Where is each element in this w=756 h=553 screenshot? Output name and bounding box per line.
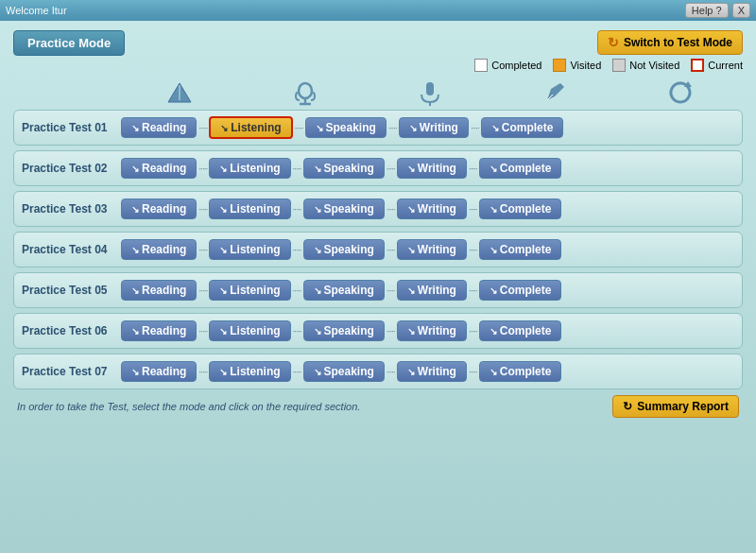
test-label: Practice Test 05	[22, 284, 121, 297]
section-arrow-icon: ↘	[407, 164, 415, 174]
section-button-reading[interactable]: ↘Reading	[121, 117, 197, 138]
section-name: Reading	[142, 284, 186, 297]
section-button-reading[interactable]: ↘Reading	[121, 280, 197, 301]
section-arrow-icon: ↘	[131, 204, 139, 215]
section-button-listening[interactable]: ↘Listening	[209, 199, 290, 219]
section-name: Complete	[500, 324, 552, 337]
section-button-reading[interactable]: ↘Reading	[121, 158, 197, 179]
test-label: Practice Test 04	[22, 243, 121, 256]
section-name: Complete	[500, 202, 552, 216]
section-arrow-icon: ↘	[314, 245, 321, 255]
section-name: Listening	[230, 243, 280, 256]
section-separator: ·····	[295, 123, 303, 133]
section-name: Writing	[420, 121, 458, 134]
section-separator: ·····	[469, 285, 477, 296]
test-label: Practice Test 01	[22, 121, 121, 134]
section-arrow-icon: ↘	[316, 123, 323, 133]
sections-container: ↘Reading·····↘Listening·····↘Speaking···…	[121, 280, 734, 301]
switch-to-test-mode-button[interactable]: ↻ Switch to Test Mode	[597, 30, 743, 55]
section-button-speaking[interactable]: ↘Speaking	[305, 117, 387, 138]
section-separator: ·····	[293, 245, 301, 255]
section-separator: ·····	[388, 123, 397, 133]
title-bar: Welcome Itur Help ? X	[0, 0, 756, 21]
test-row: Practice Test 02↘Reading·····↘Listening·…	[13, 150, 743, 186]
section-separator: ·····	[198, 204, 207, 215]
switch-icon: ↻	[608, 35, 619, 50]
sections-container: ↘Reading·····↘Listening·····↘Speaking···…	[121, 239, 734, 260]
test-row: Practice Test 05↘Reading·····↘Listening·…	[13, 272, 743, 308]
section-name: Speaking	[324, 365, 374, 378]
section-arrow-icon: ↘	[490, 367, 497, 377]
section-button-listening[interactable]: ↘Listening	[209, 239, 290, 260]
section-arrow-icon: ↘	[314, 326, 321, 337]
section-name: Reading	[142, 365, 186, 378]
section-name: Complete	[502, 121, 554, 134]
top-right-panel: ↻ Switch to Test Mode Completed Visited …	[474, 30, 743, 72]
section-button-speaking[interactable]: ↘Speaking	[303, 199, 385, 219]
section-button-listening[interactable]: ↘Listening	[209, 116, 292, 139]
section-arrow-icon: ↘	[131, 164, 139, 174]
section-name: Complete	[500, 162, 552, 175]
section-name: Complete	[500, 243, 552, 256]
summary-report-button[interactable]: ↻ Summary Report	[612, 395, 739, 418]
section-separator: ·····	[198, 367, 207, 377]
section-button-speaking[interactable]: ↘Speaking	[303, 158, 385, 179]
section-arrow-icon: ↘	[219, 367, 227, 377]
listening-column-icon	[242, 79, 367, 106]
section-arrow-icon: ↘	[314, 367, 321, 377]
section-arrow-icon: ↘	[490, 326, 497, 337]
help-button[interactable]: Help ?	[685, 3, 729, 18]
section-name: Reading	[142, 202, 186, 216]
complete-column-icon	[618, 79, 743, 106]
section-button-complete[interactable]: ↘Complete	[479, 320, 562, 341]
section-separator: ·····	[293, 367, 301, 377]
legend-not-visited-label: Not Visited	[629, 60, 679, 71]
section-button-complete[interactable]: ↘Complete	[479, 199, 562, 219]
section-button-reading[interactable]: ↘Reading	[121, 239, 197, 260]
close-button[interactable]: X	[732, 3, 750, 18]
legend-current: Current	[691, 59, 743, 72]
section-separator: ·····	[469, 326, 477, 337]
section-button-speaking[interactable]: ↘Speaking	[303, 239, 385, 260]
legend-current-label: Current	[708, 60, 743, 71]
section-button-complete[interactable]: ↘Complete	[479, 361, 562, 382]
section-name: Writing	[418, 202, 456, 216]
section-button-writing[interactable]: ↘Writing	[397, 199, 467, 219]
legend-visited: Visited	[553, 59, 601, 72]
section-button-writing[interactable]: ↘Writing	[397, 239, 467, 260]
section-button-complete[interactable]: ↘Complete	[479, 280, 562, 301]
switch-btn-label: Switch to Test Mode	[624, 36, 732, 49]
section-separator: ·····	[387, 204, 395, 215]
section-button-reading[interactable]: ↘Reading	[121, 361, 197, 382]
section-button-complete[interactable]: ↘Complete	[479, 239, 562, 260]
section-separator: ·····	[293, 285, 301, 296]
section-button-speaking[interactable]: ↘Speaking	[303, 280, 385, 301]
section-button-listening[interactable]: ↘Listening	[209, 320, 290, 341]
section-button-writing[interactable]: ↘Writing	[397, 280, 467, 301]
section-name: Speaking	[326, 121, 376, 134]
section-button-writing[interactable]: ↘Writing	[397, 320, 467, 341]
section-arrow-icon: ↘	[219, 204, 227, 215]
section-arrow-icon: ↘	[407, 367, 415, 377]
section-name: Writing	[418, 365, 456, 378]
section-button-writing[interactable]: ↘Writing	[397, 361, 467, 382]
section-button-writing[interactable]: ↘Writing	[399, 117, 469, 138]
section-button-complete[interactable]: ↘Complete	[481, 117, 564, 138]
section-arrow-icon: ↘	[409, 123, 417, 133]
section-separator: ·····	[387, 326, 395, 337]
section-button-writing[interactable]: ↘Writing	[397, 158, 467, 179]
legend-not-visited: Not Visited	[612, 59, 679, 72]
section-name: Speaking	[324, 324, 374, 337]
section-button-reading[interactable]: ↘Reading	[121, 199, 197, 219]
section-arrow-icon: ↘	[314, 164, 321, 174]
section-button-reading[interactable]: ↘Reading	[121, 320, 197, 341]
section-name: Writing	[418, 162, 456, 175]
section-button-listening[interactable]: ↘Listening	[209, 280, 290, 301]
section-button-listening[interactable]: ↘Listening	[209, 158, 290, 179]
sections-container: ↘Reading·····↘Listening·····↘Speaking···…	[121, 361, 734, 382]
section-button-complete[interactable]: ↘Complete	[479, 158, 562, 179]
section-button-listening[interactable]: ↘Listening	[209, 361, 290, 382]
section-button-speaking[interactable]: ↘Speaking	[303, 361, 385, 382]
section-button-speaking[interactable]: ↘Speaking	[303, 320, 385, 341]
section-name: Speaking	[324, 243, 374, 256]
